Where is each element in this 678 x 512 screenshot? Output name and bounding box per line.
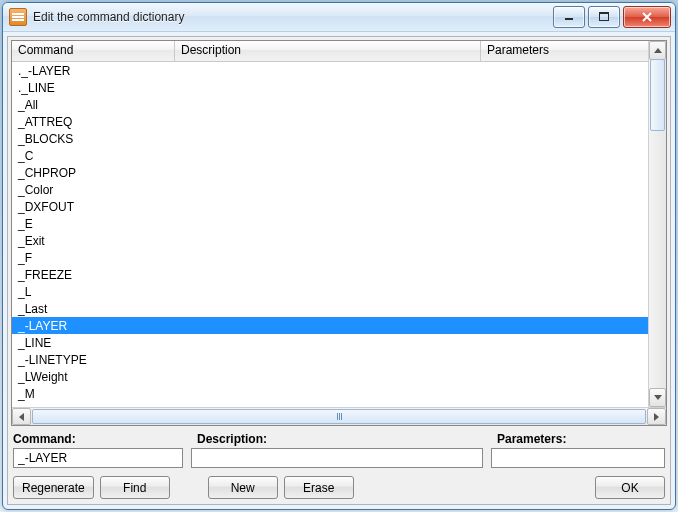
cell-command: _Exit [12, 234, 174, 248]
cell-command: _F [12, 251, 174, 265]
dialog-window: Edit the command dictionary Command Desc… [2, 2, 676, 510]
vertical-scroll-thumb[interactable] [650, 59, 665, 131]
command-label: Command: [13, 432, 197, 446]
table-row[interactable]: ._LINE [12, 79, 648, 96]
cell-command: ._LINE [12, 81, 174, 95]
svg-rect-2 [599, 12, 609, 14]
window-title: Edit the command dictionary [33, 10, 553, 24]
scroll-right-button[interactable] [647, 408, 666, 425]
erase-button[interactable]: Erase [284, 476, 354, 499]
table-row[interactable]: _BLOCKS [12, 130, 648, 147]
close-icon [641, 12, 653, 22]
maximize-button[interactable] [588, 6, 620, 28]
table-row[interactable]: _LWeight [12, 368, 648, 385]
maximize-icon [599, 12, 609, 22]
edit-fields [11, 446, 667, 468]
minimize-button[interactable] [553, 6, 585, 28]
button-bar: Regenerate Find New Erase OK [11, 468, 667, 501]
client-area: Command Description Parameters ._-LAYER.… [7, 36, 671, 505]
grid-header: Command Description Parameters [12, 41, 648, 62]
chevron-right-icon [654, 413, 659, 421]
cell-command: _DXFOUT [12, 200, 174, 214]
scroll-left-button[interactable] [12, 408, 31, 425]
table-row[interactable]: _C [12, 147, 648, 164]
chevron-down-icon [654, 395, 662, 400]
titlebar[interactable]: Edit the command dictionary [3, 3, 675, 32]
table-row[interactable]: _E [12, 215, 648, 232]
description-label: Description: [197, 432, 497, 446]
table-row[interactable]: _M [12, 385, 648, 402]
table-row[interactable]: _DXFOUT [12, 198, 648, 215]
horizontal-scroll-thumb[interactable] [32, 409, 646, 424]
chevron-up-icon [654, 48, 662, 53]
parameters-input[interactable] [491, 448, 665, 468]
table-row[interactable]: _-LINETYPE [12, 351, 648, 368]
cell-command: _LINE [12, 336, 174, 350]
scroll-up-button[interactable] [649, 41, 666, 60]
column-header-parameters[interactable]: Parameters [481, 41, 648, 61]
table-row[interactable]: ._-LAYER [12, 62, 648, 79]
cell-command: _Color [12, 183, 174, 197]
cell-command: _L [12, 285, 174, 299]
cell-command: _All [12, 98, 174, 112]
svg-rect-0 [565, 18, 573, 20]
command-input[interactable] [13, 448, 183, 468]
table-row[interactable]: _All [12, 96, 648, 113]
close-button[interactable] [623, 6, 671, 28]
ok-button[interactable]: OK [595, 476, 665, 499]
cell-command: _ATTREQ [12, 115, 174, 129]
app-icon [9, 8, 27, 26]
vertical-scrollbar[interactable] [648, 41, 666, 407]
column-header-description[interactable]: Description [175, 41, 481, 61]
table-row[interactable]: _-LAYER [12, 317, 648, 334]
grid-rows[interactable]: ._-LAYER._LINE_All_ATTREQ_BLOCKS_C_CHPRO… [12, 62, 648, 407]
cell-command: _-LINETYPE [12, 353, 174, 367]
cell-command: _E [12, 217, 174, 231]
chevron-left-icon [19, 413, 24, 421]
cell-command: _-LAYER [12, 319, 174, 333]
table-row[interactable]: _ATTREQ [12, 113, 648, 130]
find-button[interactable]: Find [100, 476, 170, 499]
cell-command: ._-LAYER [12, 64, 174, 78]
cell-command: _C [12, 149, 174, 163]
cell-command: _CHPROP [12, 166, 174, 180]
table-row[interactable]: _Last [12, 300, 648, 317]
description-input[interactable] [191, 448, 483, 468]
table-row[interactable]: _L [12, 283, 648, 300]
table-row[interactable]: _LINE [12, 334, 648, 351]
table-row[interactable]: _Color [12, 181, 648, 198]
scroll-down-button[interactable] [649, 388, 666, 407]
cell-command: _FREEZE [12, 268, 174, 282]
command-grid: Command Description Parameters ._-LAYER.… [11, 40, 667, 426]
table-row[interactable]: _CHPROP [12, 164, 648, 181]
minimize-icon [564, 12, 574, 22]
parameters-label: Parameters: [497, 432, 665, 446]
table-row[interactable]: _FREEZE [12, 266, 648, 283]
cell-command: _BLOCKS [12, 132, 174, 146]
column-header-command[interactable]: Command [12, 41, 175, 61]
cell-command: _M [12, 387, 174, 401]
window-buttons [553, 6, 671, 28]
regenerate-button[interactable]: Regenerate [13, 476, 94, 499]
table-row[interactable]: _F [12, 249, 648, 266]
cell-command: _LWeight [12, 370, 174, 384]
cell-command: _Last [12, 302, 174, 316]
field-labels: Command: Description: Parameters: [11, 432, 667, 446]
table-row[interactable]: _Exit [12, 232, 648, 249]
new-button[interactable]: New [208, 476, 278, 499]
horizontal-scrollbar[interactable] [12, 407, 666, 425]
